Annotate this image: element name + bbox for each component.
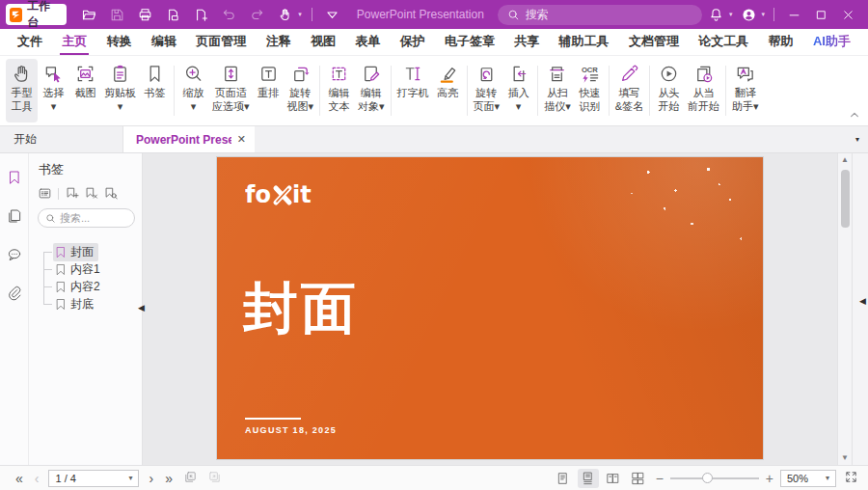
tool-reflow[interactable]: 重排 [253, 59, 285, 122]
menu-tab-esign[interactable]: 电子签章 [443, 29, 497, 55]
notifications-caret-icon[interactable]: ▾ [729, 11, 733, 18]
attachments-panel-icon[interactable] [6, 285, 23, 302]
tool-select[interactable]: 选择 ▾ [38, 59, 69, 122]
tool-highlight[interactable]: 高亮 [432, 59, 464, 122]
undo-icon[interactable] [218, 4, 239, 25]
tool-zoom[interactable]: 缩放 ▾ [177, 59, 209, 122]
next-view-icon[interactable] [203, 470, 227, 487]
redo-icon[interactable] [246, 4, 267, 25]
zoom-in-button[interactable]: + [759, 471, 780, 486]
bookmark-item-content2[interactable]: 内容2 [41, 278, 135, 295]
zoom-out-button[interactable]: − [649, 471, 670, 486]
open-file-icon[interactable] [78, 4, 99, 25]
global-search-box[interactable] [498, 5, 702, 25]
menu-tab-accessibility[interactable]: 辅助工具 [557, 29, 611, 55]
create-pdf-icon[interactable] [190, 4, 211, 25]
bookmark-item-content1[interactable]: 内容1 [41, 260, 135, 278]
bookmark-item-cover[interactable]: 封面 [41, 243, 135, 260]
vertical-scrollbar[interactable]: ▲ ▼ [837, 153, 852, 465]
comments-panel-icon[interactable] [6, 246, 23, 263]
tool-typewriter[interactable]: 打字机 [394, 59, 432, 122]
view-continuous-icon[interactable] [578, 469, 599, 488]
menu-tab-protect[interactable]: 保护 [398, 29, 427, 55]
menu-tab-ai-assistant[interactable]: AI助手 [811, 29, 853, 55]
close-tab-icon[interactable]: ✕ [237, 133, 246, 146]
menu-tab-paper-tools[interactable]: 论文工具 [696, 29, 750, 55]
tab-start[interactable]: 开始 [0, 126, 123, 152]
tool-quick-ocr[interactable]: OCR 快速 识别 [574, 59, 606, 122]
view-facing-continuous-icon[interactable] [628, 469, 649, 488]
page-canvas[interactable]: fo it 封面 AUGUST 18, 2025 [143, 153, 837, 465]
tool-clipboard[interactable]: 剪贴板 ▾ [101, 59, 139, 122]
collapse-ribbon-icon[interactable] [850, 105, 859, 122]
tool-rotate-view[interactable]: 旋转 视图▾ [285, 59, 317, 122]
page-number-box[interactable]: 1 / 4 ▾ [48, 470, 139, 487]
bookmark-search-box[interactable] [38, 208, 135, 228]
tool-rotate-pages[interactable]: 旋转 页面▾ [471, 59, 503, 122]
search-input[interactable] [526, 8, 692, 21]
scroll-down-icon[interactable]: ▼ [841, 454, 849, 462]
account-avatar-icon[interactable] [738, 4, 759, 25]
zoom-box-caret-icon[interactable]: ▾ [826, 474, 829, 482]
zoom-level-box[interactable]: 50% ▾ [780, 470, 836, 487]
tool-edit-object[interactable]: 编辑 对象▾ [355, 59, 388, 122]
maximize-button[interactable] [810, 4, 831, 25]
bookmark-search-input[interactable] [60, 212, 127, 224]
view-facing-icon[interactable] [603, 469, 624, 488]
tool-play-from-beginning[interactable]: 从头 开始 [653, 59, 685, 122]
workspace-button[interactable]: 工作台 [6, 4, 67, 25]
save-icon[interactable] [106, 4, 127, 25]
tool-fit-page-options[interactable]: 页面适 应选项▾ [209, 59, 253, 122]
menu-tab-organize[interactable]: 页面管理 [194, 29, 248, 55]
zoom-slider-thumb[interactable] [702, 473, 713, 483]
menu-tab-view[interactable]: 视图 [309, 29, 338, 55]
tool-play-from-current[interactable]: 从当 前开始 [685, 59, 722, 122]
pdf-page-slide[interactable]: fo it 封面 AUGUST 18, 2025 [217, 157, 763, 459]
menu-tab-form[interactable]: 表单 [353, 29, 382, 55]
tab-list-caret-icon[interactable]: ▾ [855, 135, 859, 144]
view-single-page-icon[interactable] [553, 469, 574, 488]
menu-tab-doc-manage[interactable]: 文档管理 [627, 29, 681, 55]
close-button[interactable] [837, 4, 858, 25]
tool-from-scanner[interactable]: 从扫 描仪▾ [541, 59, 574, 122]
collapse-panel-left-icon[interactable]: ◀ [138, 303, 145, 313]
collapse-panel-right-icon[interactable]: ◀ [859, 296, 866, 306]
tool-insert[interactable]: 插入 ▾ [502, 59, 534, 122]
hand-select-caret-icon[interactable]: ▾ [298, 11, 302, 18]
tool-snapshot[interactable]: 截图 [69, 59, 101, 122]
first-page-button[interactable]: « [10, 472, 29, 485]
expand-options-icon[interactable] [38, 186, 52, 201]
account-caret-icon[interactable]: ▾ [761, 11, 765, 18]
tab-document-active[interactable]: PowerPoint Presentati... ✕ [123, 126, 255, 152]
tool-bookmark[interactable]: 书签 [139, 59, 171, 122]
previous-page-button[interactable]: ‹ [29, 472, 45, 485]
hand-select-icon[interactable] [274, 4, 295, 25]
tool-fill-sign[interactable]: 填写 &签名 [612, 59, 646, 122]
bookmark-item-back-cover[interactable]: 封底 [41, 295, 135, 313]
menu-tab-share[interactable]: 共享 [512, 29, 541, 55]
menu-tab-home[interactable]: 主页 [60, 29, 89, 55]
notifications-bell-icon[interactable] [706, 4, 727, 25]
scrollbar-thumb[interactable] [841, 170, 850, 228]
add-bookmark-icon[interactable] [65, 186, 79, 201]
next-page-button[interactable]: › [143, 472, 159, 485]
export-pdf-icon[interactable] [162, 4, 183, 25]
page-box-caret-icon[interactable]: ▾ [128, 474, 132, 482]
find-bookmark-icon[interactable] [103, 186, 118, 201]
menu-tab-help[interactable]: 帮助 [767, 29, 796, 55]
print-icon[interactable] [134, 4, 155, 25]
zoom-slider[interactable] [670, 477, 759, 479]
menu-tab-convert[interactable]: 转换 [105, 29, 134, 55]
ribbon-mode-icon[interactable] [322, 4, 343, 25]
tool-translate-assistant[interactable]: 翻译 助手▾ [729, 59, 762, 122]
pages-panel-icon[interactable] [6, 207, 23, 225]
fullscreen-icon[interactable] [844, 470, 858, 487]
menu-tab-file[interactable]: 文件 [15, 29, 44, 55]
bookmarks-panel-icon[interactable] [6, 169, 23, 186]
previous-view-icon[interactable] [178, 470, 203, 487]
tool-edit-text[interactable]: 编辑 文本 [323, 59, 355, 122]
last-page-button[interactable]: » [159, 472, 178, 485]
menu-tab-edit[interactable]: 编辑 [149, 29, 178, 55]
minimize-button[interactable] [783, 4, 804, 25]
tool-hand[interactable]: 手型 工具 [6, 59, 38, 122]
